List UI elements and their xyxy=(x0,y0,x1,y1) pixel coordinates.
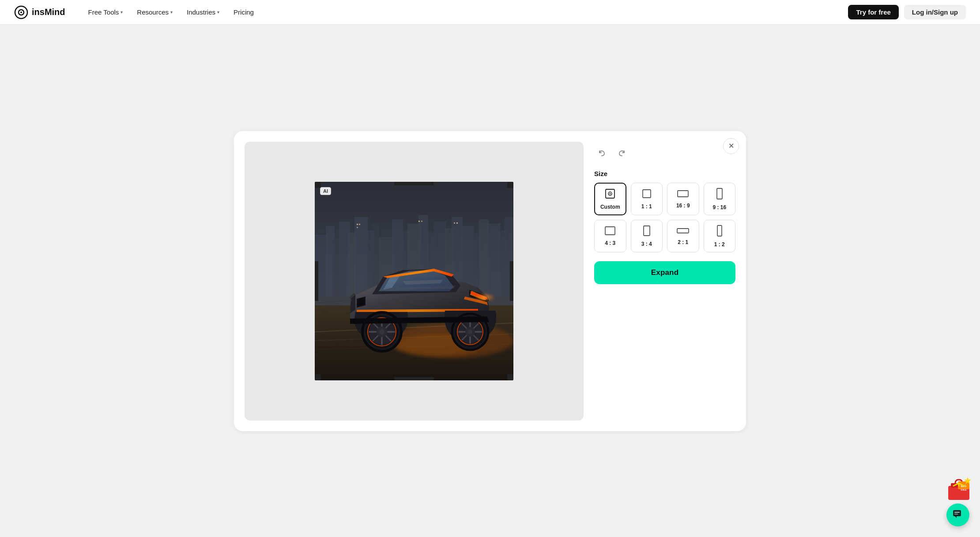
size-option-4-3[interactable]: 4 : 3 xyxy=(594,220,626,252)
logo-icon xyxy=(14,5,28,19)
svg-marker-87 xyxy=(955,516,957,518)
9-16-size-label: 9 : 16 xyxy=(712,204,726,210)
4-3-size-label: 4 : 3 xyxy=(605,240,615,246)
login-button[interactable]: Log in/Sign up xyxy=(904,5,966,19)
handle-right[interactable] xyxy=(510,261,513,301)
svg-point-52 xyxy=(379,329,384,334)
close-button[interactable]: ✕ xyxy=(723,138,739,154)
16-9-size-label: 16 : 9 xyxy=(676,203,690,209)
size-option-1-1[interactable]: 1 : 1 xyxy=(631,183,663,215)
svg-rect-29 xyxy=(357,227,358,228)
chat-fab-button[interactable] xyxy=(946,503,969,526)
svg-point-2 xyxy=(20,11,22,13)
svg-rect-31 xyxy=(421,221,422,222)
brand-logo[interactable]: insMind xyxy=(14,5,65,19)
redo-button[interactable] xyxy=(614,145,629,161)
chevron-down-icon: ▾ xyxy=(217,10,219,15)
svg-rect-6 xyxy=(332,239,339,297)
1-2-size-label: 1 : 2 xyxy=(714,241,725,248)
svg-rect-78 xyxy=(677,229,689,233)
size-option-9-16[interactable]: 9 : 16 xyxy=(704,183,736,215)
2-1-size-icon xyxy=(676,227,690,237)
size-option-2-1[interactable]: 2 : 1 xyxy=(667,220,699,252)
navbar-actions: Try for free Log in/Sign up xyxy=(848,5,966,19)
brand-name: insMind xyxy=(32,7,65,17)
svg-point-66 xyxy=(474,293,496,302)
handle-top[interactable] xyxy=(394,182,434,185)
1-1-size-label: 1 : 1 xyxy=(641,203,652,210)
svg-rect-30 xyxy=(418,221,420,222)
nav-industries[interactable]: Industries ▾ xyxy=(181,6,225,19)
1-2-size-icon xyxy=(716,225,723,239)
sale-badge-icon: BIG SALE xyxy=(945,473,973,502)
image-container: AI xyxy=(315,182,513,380)
try-for-free-button[interactable]: Try for free xyxy=(848,5,898,19)
tool-card: ✕ AI xyxy=(234,131,746,431)
size-option-custom[interactable]: Custom xyxy=(594,183,626,215)
svg-rect-74 xyxy=(678,191,688,197)
svg-rect-76 xyxy=(605,227,615,235)
custom-size-icon xyxy=(604,188,616,201)
svg-rect-77 xyxy=(644,226,650,236)
size-label: Size xyxy=(594,170,735,177)
svg-rect-32 xyxy=(454,222,455,224)
svg-rect-75 xyxy=(717,188,722,199)
nav-pricing[interactable]: Pricing xyxy=(228,6,259,19)
handle-bottom[interactable] xyxy=(394,377,434,380)
canvas-area: AI xyxy=(245,142,584,421)
svg-rect-33 xyxy=(456,222,458,224)
history-row xyxy=(594,145,735,161)
undo-icon xyxy=(598,149,607,158)
size-section: Size Custom xyxy=(594,170,735,252)
svg-rect-73 xyxy=(643,190,651,198)
svg-rect-89 xyxy=(954,514,958,514)
handle-top-right[interactable] xyxy=(507,182,513,188)
undo-button[interactable] xyxy=(594,145,610,161)
size-option-3-4[interactable]: 3 : 4 xyxy=(631,220,663,252)
svg-rect-28 xyxy=(359,224,360,225)
svg-point-63 xyxy=(468,330,472,334)
svg-point-72 xyxy=(610,193,611,194)
chat-icon xyxy=(952,509,964,521)
nav-free-tools[interactable]: Free Tools ▾ xyxy=(83,6,128,19)
main-content: ✕ AI xyxy=(0,25,980,537)
handle-top-left[interactable] xyxy=(315,182,321,188)
svg-rect-27 xyxy=(357,224,358,225)
3-4-size-label: 3 : 4 xyxy=(641,241,652,247)
sidebar-panel: Size Custom xyxy=(594,142,735,421)
ai-badge: AI xyxy=(320,187,331,195)
2-1-size-label: 2 : 1 xyxy=(678,239,688,245)
landscape-size-icon xyxy=(677,189,689,200)
handle-bottom-left[interactable] xyxy=(315,374,321,380)
portrait-size-icon xyxy=(716,188,724,202)
4-3-size-icon xyxy=(604,226,616,237)
expand-button[interactable]: Expand xyxy=(594,261,735,284)
car-image xyxy=(315,182,513,380)
nav-menu: Free Tools ▾ Resources ▾ Industries ▾ Pr… xyxy=(83,6,848,19)
size-grid: Custom 1 : 1 xyxy=(594,183,735,252)
size-option-16-9[interactable]: 16 : 9 xyxy=(667,183,699,215)
square-size-icon xyxy=(641,188,652,201)
svg-text:SALE: SALE xyxy=(961,488,967,491)
sale-badge[interactable]: BIG SALE xyxy=(945,473,973,502)
svg-rect-86 xyxy=(953,510,961,516)
redo-icon xyxy=(617,149,626,158)
svg-rect-88 xyxy=(954,512,960,513)
nav-resources[interactable]: Resources ▾ xyxy=(132,6,178,19)
custom-size-label: Custom xyxy=(600,204,620,210)
3-4-size-icon xyxy=(642,225,651,238)
handle-left[interactable] xyxy=(315,261,318,301)
chevron-down-icon: ▾ xyxy=(170,10,173,15)
navbar: insMind Free Tools ▾ Resources ▾ Industr… xyxy=(0,0,980,25)
car-scene-svg xyxy=(315,182,513,380)
handle-bottom-right[interactable] xyxy=(507,374,513,380)
chevron-down-icon: ▾ xyxy=(121,10,123,15)
size-option-1-2[interactable]: 1 : 2 xyxy=(704,220,736,252)
svg-rect-79 xyxy=(717,225,722,236)
